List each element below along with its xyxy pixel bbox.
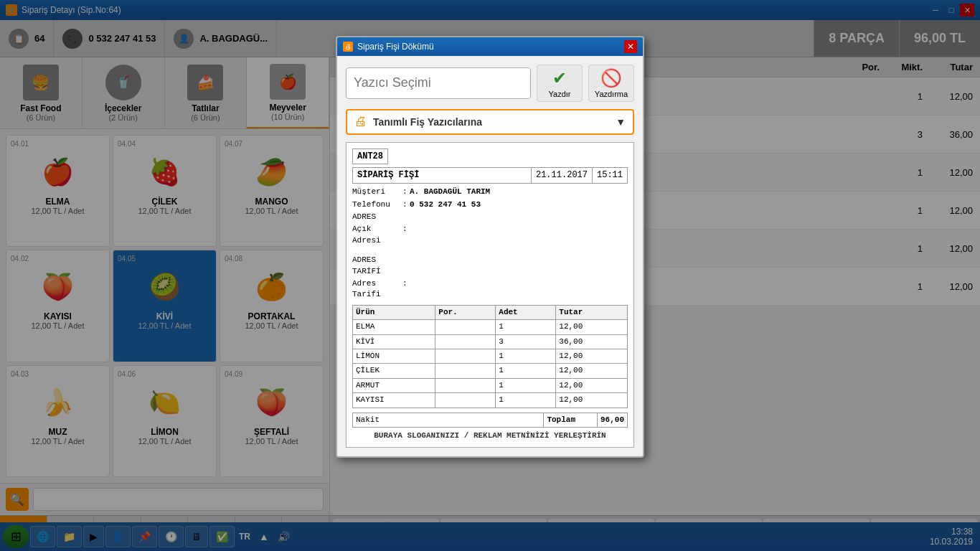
cancel-print-button[interactable]: 🚫 Yazdırma bbox=[588, 65, 634, 102]
receipt-items-header: Ürün Por. Adet Tutar bbox=[353, 305, 628, 319]
item-name: ÇİLEK bbox=[353, 364, 435, 378]
modal-overlay: 🖨 Sipariş Fişi Dökümü ✕ ✔ Yazdır 🚫 Yazdı… bbox=[0, 0, 980, 551]
receipt-item-elma: ELMA 1 12,00 bbox=[353, 320, 628, 334]
item-adet: 1 bbox=[496, 393, 556, 408]
receipt-telefon-value: 0 532 247 41 53 bbox=[410, 199, 628, 210]
print-dialog: 🖨 Sipariş Fişi Dökümü ✕ ✔ Yazdır 🚫 Yazdı… bbox=[336, 36, 644, 458]
print-label: Yazdır bbox=[549, 90, 571, 98]
receipt-musteri-row: Müşteri : A. BAGDAGÜL TARIM bbox=[352, 187, 628, 197]
receipt-preview: ANT28 SİPARİŞ FİŞİ 21.11.2017 15:11 Müşt… bbox=[346, 142, 634, 448]
item-por bbox=[435, 320, 496, 334]
receipt-title: SİPARİŞ FİŞİ bbox=[353, 168, 532, 183]
receipt-item-kayisi: KAYISI 1 12,00 bbox=[353, 393, 628, 408]
dialog-title-bar: 🖨 Sipariş Fişi Dökümü ✕ bbox=[337, 37, 643, 56]
receipt-toplam-value: 96,00 bbox=[597, 413, 627, 427]
item-tutar: 12,00 bbox=[556, 364, 628, 378]
item-tutar: 12,00 bbox=[556, 393, 628, 408]
chevron-down-icon: ▼ bbox=[616, 116, 626, 128]
receipt-date: 21.11.2017 bbox=[532, 168, 593, 183]
receipt-adres-tarifi-header: ADRES TARİFİ bbox=[352, 255, 628, 277]
item-adet: 1 bbox=[496, 364, 556, 378]
item-name: ARMUT bbox=[353, 378, 435, 392]
col-tutar: Tutar bbox=[556, 305, 628, 319]
dialog-body: ✔ Yazdır 🚫 Yazdırma 🖨 Tanımlı Fiş Yazıcı… bbox=[337, 56, 643, 457]
receipt-items-table: Ürün Por. Adet Tutar ELMA 1 12,00 bbox=[352, 305, 628, 408]
receipt-adres-tarifi-label: ADRES TARİFİ bbox=[352, 255, 402, 277]
item-adet: 1 bbox=[496, 320, 556, 334]
item-name: LİMON bbox=[353, 349, 435, 363]
item-tutar: 12,00 bbox=[556, 378, 628, 392]
item-por bbox=[435, 393, 496, 408]
dialog-close-button[interactable]: ✕ bbox=[624, 40, 637, 53]
receipt-items-body: ELMA 1 12,00 KİVİ 3 36,00 LİMON bbox=[353, 320, 628, 408]
item-por bbox=[435, 378, 496, 392]
printer-select-input[interactable] bbox=[346, 67, 531, 99]
item-por bbox=[435, 334, 496, 349]
col-por: Por. bbox=[435, 305, 496, 319]
cancel-print-label: Yazdırma bbox=[595, 90, 628, 98]
receipt-telefon-label: Telefonu bbox=[352, 199, 402, 210]
cancel-icon: 🚫 bbox=[600, 68, 622, 88]
item-name: KİVİ bbox=[353, 334, 435, 349]
item-adet: 1 bbox=[496, 378, 556, 392]
dialog-icon: 🖨 bbox=[343, 42, 353, 52]
item-tutar: 12,00 bbox=[556, 320, 628, 334]
receipt-total-row: Nakit Toplam 96,00 bbox=[352, 413, 628, 428]
receipt-acik-adres-row: Açık Adresi : bbox=[352, 224, 628, 246]
receipt-adres-row: ADRES bbox=[352, 212, 628, 222]
printer-dropdown-icon: 🖨 bbox=[354, 114, 367, 129]
receipt-adres-tarifi-field: Adres Tarifi bbox=[352, 278, 402, 301]
receipt-acik-adres-label: Açık Adresi bbox=[352, 224, 402, 246]
printer-dropdown[interactable]: 🖨 Tanımlı Fiş Yazıcılarına ▼ bbox=[346, 109, 634, 135]
receipt-time: 15:11 bbox=[593, 168, 627, 183]
item-por bbox=[435, 349, 496, 363]
receipt-item-armut: ARMUT 1 12,00 bbox=[353, 378, 628, 392]
receipt-adres-tarifi-value bbox=[410, 278, 628, 301]
receipt-musteri-label: Müşteri bbox=[352, 187, 402, 197]
print-buttons-row: ✔ Yazdır 🚫 Yazdırma bbox=[346, 65, 634, 102]
receipt-adres-value bbox=[410, 212, 628, 222]
print-button[interactable]: ✔ Yazdır bbox=[537, 65, 583, 102]
receipt-telefon-row: Telefonu : 0 532 247 41 53 bbox=[352, 199, 628, 210]
item-name: ELMA bbox=[353, 320, 435, 334]
receipt-toplam-label: Toplam bbox=[543, 413, 597, 427]
receipt-musteri-value: A. BAGDAGÜL TARIM bbox=[410, 187, 628, 197]
dialog-title: Sipariş Fişi Dökümü bbox=[357, 42, 434, 52]
receipt-code: ANT28 bbox=[352, 149, 388, 165]
item-adet: 1 bbox=[496, 349, 556, 363]
item-por bbox=[435, 364, 496, 378]
col-adet: Adet bbox=[496, 305, 556, 319]
receipt-payment-label: Nakit bbox=[353, 413, 543, 427]
receipt-adres-label: ADRES bbox=[352, 212, 402, 222]
item-name: KAYISI bbox=[353, 393, 435, 408]
receipt-item-cilek: ÇİLEK 1 12,00 bbox=[353, 364, 628, 378]
receipt-acik-adres-value bbox=[410, 224, 628, 246]
receipt-title-row: SİPARİŞ FİŞİ 21.11.2017 15:11 bbox=[352, 167, 628, 184]
receipt-header-row: ANT28 bbox=[352, 149, 628, 165]
col-urun: Ürün bbox=[353, 305, 435, 319]
check-icon: ✔ bbox=[552, 68, 567, 88]
receipt-adres-tarifi-row: Adres Tarifi : bbox=[352, 278, 628, 301]
receipt-slogan: BURAYA SLOGANINIZI / REKLAM METNİNİZİ YE… bbox=[352, 430, 628, 441]
item-adet: 3 bbox=[496, 334, 556, 349]
item-tutar: 12,00 bbox=[556, 349, 628, 363]
receipt-item-limon: LİMON 1 12,00 bbox=[353, 349, 628, 363]
item-tutar: 36,00 bbox=[556, 334, 628, 349]
receipt-item-kivi: KİVİ 3 36,00 bbox=[353, 334, 628, 349]
printer-dropdown-text: Tanımlı Fiş Yazıcılarına bbox=[373, 116, 610, 128]
